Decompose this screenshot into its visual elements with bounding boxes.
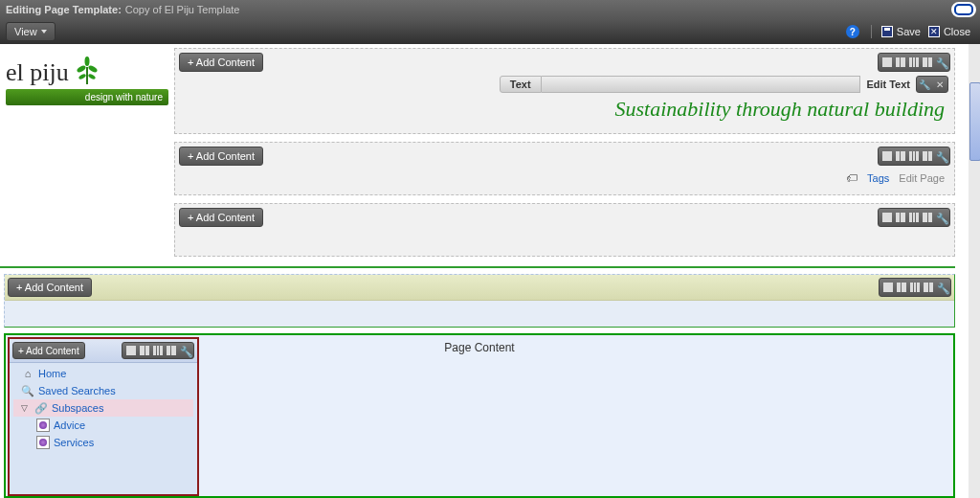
close-button[interactable]: ✕ Close <box>928 26 970 37</box>
save-label: Save <box>897 26 921 37</box>
menu-bar: View ? Save ✕ Close <box>0 19 980 44</box>
add-content-button[interactable]: + Add Content <box>179 147 263 166</box>
view-menu-label: View <box>14 23 37 40</box>
wrench-icon[interactable]: 🔧 <box>936 57 946 67</box>
layout-1col-icon[interactable] <box>126 346 136 355</box>
add-content-button[interactable]: + Add Content <box>8 278 92 297</box>
wrench-icon[interactable]: 🔧 <box>936 151 946 161</box>
layout-1col-icon[interactable] <box>882 213 892 222</box>
nav-item-services[interactable]: Services <box>13 434 193 451</box>
layout-3col-icon[interactable] <box>153 346 163 355</box>
wrench-icon[interactable]: 🔧 <box>937 283 947 292</box>
nav-item-home[interactable]: ⌂ Home <box>13 365 193 382</box>
layout-2col-icon[interactable] <box>140 346 149 355</box>
logo-tagline: design with nature <box>6 89 168 105</box>
space-icon <box>36 419 50 432</box>
template-name: Copy of El Piju Template <box>125 0 240 19</box>
layout-split-icon[interactable] <box>167 346 176 355</box>
tagline-text: Sustainability through natural building <box>175 97 954 127</box>
layout-controls: 🔧 <box>878 53 950 72</box>
nav-toolbar: + Add Content 🔧 <box>10 339 197 363</box>
svg-point-3 <box>78 73 86 79</box>
edit-page-link[interactable]: Edit Page <box>899 172 945 184</box>
wrench-icon[interactable]: 🔧 <box>180 346 189 355</box>
svg-point-1 <box>87 64 98 73</box>
layout-controls: 🔧 <box>878 208 950 227</box>
layout-1col-icon[interactable] <box>882 57 892 67</box>
logo-area: el piju design with nature <box>6 50 168 146</box>
layout-controls: 🔧 <box>878 147 950 166</box>
nav-label: Advice <box>54 419 85 431</box>
layout-split-icon[interactable] <box>923 57 932 67</box>
add-content-button[interactable]: + Add Content <box>12 342 85 359</box>
space-icon <box>36 436 50 449</box>
nav-label: Services <box>54 437 94 448</box>
nav-item-subspaces[interactable]: ▽ 🔗 Subspaces <box>13 399 193 417</box>
region-toolbar: + Add Content 🔧 <box>175 143 954 170</box>
content-region-1: + Add Content 🔧 Text Edit Text 🔧 ✕ Susta… <box>174 48 955 134</box>
view-menu-button[interactable]: View <box>6 22 56 41</box>
nav-tree: ⌂ Home 🔍 Saved Searches ▽ 🔗 Subspaces Ad… <box>10 363 197 453</box>
layout-2col-icon[interactable] <box>896 213 905 222</box>
text-tab[interactable]: Text <box>500 76 542 93</box>
text-bar <box>542 76 861 93</box>
close-label: Close <box>944 26 970 37</box>
delete-icon[interactable]: ✕ <box>932 79 947 90</box>
region-toolbar: + Add Content 🔧 <box>175 49 954 76</box>
logo-text: el piju <box>6 58 69 86</box>
region-toolbar: + Add Content 🔧 <box>5 275 954 301</box>
leaf-icon <box>72 56 102 86</box>
workspace: el piju design with nature + Add Content… <box>0 44 969 498</box>
nav-item-saved-searches[interactable]: 🔍 Saved Searches <box>13 382 193 399</box>
content-region-2: + Add Content 🔧 🏷 Tags Edit Page <box>174 142 955 195</box>
subspaces-icon: 🔗 <box>34 401 48 415</box>
layout-3col-icon[interactable] <box>909 213 919 222</box>
search-icon: 🔍 <box>21 384 34 397</box>
wrench-icon[interactable]: 🔧 <box>917 79 932 90</box>
layout-2col-icon[interactable] <box>897 283 906 292</box>
layout-1col-icon[interactable] <box>883 283 893 292</box>
tags-link[interactable]: Tags <box>867 172 889 184</box>
layout-3col-icon[interactable] <box>909 57 919 67</box>
navigation-panel: + Add Content 🔧 ⌂ Home 🔍 Saved Searc <box>8 337 199 496</box>
layout-split-icon[interactable] <box>923 213 932 222</box>
layout-2col-icon[interactable] <box>896 57 905 67</box>
nav-label: Saved Searches <box>38 385 116 396</box>
layout-3col-icon[interactable] <box>909 151 919 161</box>
tree-collapse-icon[interactable]: ▽ <box>21 403 31 413</box>
save-button[interactable]: Save <box>881 26 921 37</box>
title-bar: Editing Page Template: Copy of El Piju T… <box>0 0 980 19</box>
divider <box>871 25 872 38</box>
vertical-scrollbar[interactable] <box>969 44 980 498</box>
help-icon[interactable]: ? <box>846 25 859 38</box>
save-icon <box>881 26 893 37</box>
layout-split-icon[interactable] <box>924 283 933 292</box>
svg-point-0 <box>76 64 86 73</box>
nav-label: Home <box>38 368 66 379</box>
oracle-logo-icon <box>951 2 976 17</box>
tag-icon: 🏷 <box>846 171 858 185</box>
home-icon: ⌂ <box>21 367 34 380</box>
content-region-4: + Add Content 🔧 <box>4 274 955 328</box>
nav-label: Subspaces <box>52 402 103 414</box>
layout-controls: 🔧 <box>122 342 194 359</box>
title-label: Editing Page Template: <box>6 0 122 19</box>
add-content-button[interactable]: + Add Content <box>179 208 263 227</box>
page-content-region: Page Content + Add Content 🔧 ⌂ Home <box>4 333 955 498</box>
close-icon: ✕ <box>928 26 940 37</box>
component-actions: 🔧 ✕ <box>916 76 948 93</box>
nav-item-advice[interactable]: Advice <box>13 417 193 434</box>
content-region-3: + Add Content 🔧 <box>174 203 955 257</box>
layout-1col-icon[interactable] <box>882 151 892 161</box>
dropdown-caret-icon <box>41 30 47 34</box>
layout-split-icon[interactable] <box>923 151 932 161</box>
region-toolbar: + Add Content 🔧 <box>175 204 954 231</box>
layout-3col-icon[interactable] <box>910 283 920 292</box>
add-content-button[interactable]: + Add Content <box>179 53 263 72</box>
layout-controls: 🔧 <box>879 278 951 297</box>
svg-point-4 <box>87 73 96 79</box>
layout-2col-icon[interactable] <box>896 151 905 161</box>
wrench-icon[interactable]: 🔧 <box>936 213 946 222</box>
edit-text-link[interactable]: Edit Text <box>866 79 910 90</box>
tags-row: 🏷 Tags Edit Page <box>175 170 954 187</box>
